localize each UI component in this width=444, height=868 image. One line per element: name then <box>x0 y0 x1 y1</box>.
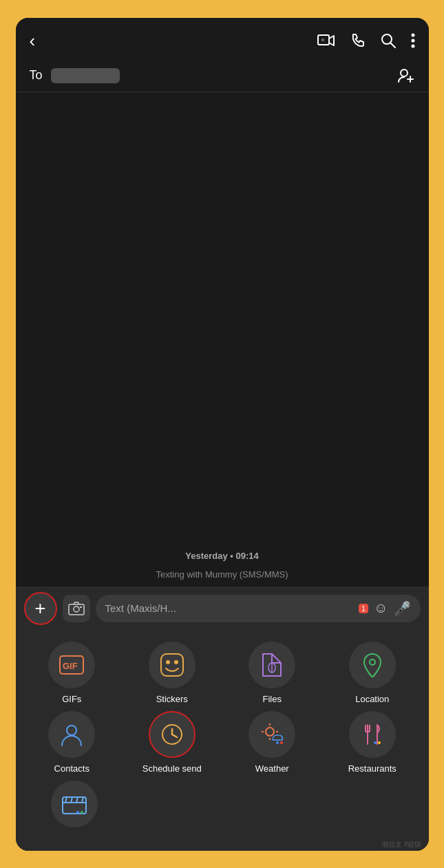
attach-stickers[interactable]: Stickers <box>124 642 220 704</box>
files-icon-circle <box>249 642 295 688</box>
attach-restaurants[interactable]: Restaurants <box>324 711 421 774</box>
weather-icon-circle <box>249 711 295 758</box>
weather-label: Weather <box>255 763 289 774</box>
timestamp: Yesterday • 09:14 <box>16 545 429 567</box>
gifs-label: GIFs <box>62 694 81 704</box>
files-label: Files <box>263 694 282 704</box>
top-bar-right <box>317 33 415 48</box>
phone-call-button[interactable] <box>350 33 366 48</box>
emoji-button[interactable]: ☺ <box>374 600 388 616</box>
restaurants-label: Restaurants <box>348 763 397 774</box>
to-label: To <box>30 68 43 83</box>
schedule-icon-circle <box>149 711 195 758</box>
video-icon-circle <box>51 781 98 827</box>
more-options-button[interactable] <box>411 33 415 48</box>
restaurants-icon-circle <box>349 711 396 758</box>
chat-label: Texting with Mummy (SMS/MMS) <box>16 567 429 586</box>
attach-contacts[interactable]: Contacts <box>24 711 120 774</box>
svg-point-38 <box>374 741 377 744</box>
attach-plus-button[interactable]: + <box>24 592 57 625</box>
text-input-bar[interactable]: Text (Maxis/H... 1 ☺ 🎤 <box>96 595 421 622</box>
stickers-icon-circle <box>149 642 195 688</box>
svg-line-24 <box>172 734 177 737</box>
svg-point-39 <box>378 741 381 744</box>
recipient-chip <box>51 68 120 83</box>
attach-row-2: Contacts Schedule send <box>24 711 421 774</box>
mic-button[interactable]: 🎤 <box>394 600 411 617</box>
attach-weather[interactable]: Weather <box>224 711 321 774</box>
svg-line-43 <box>71 797 72 803</box>
svg-point-46 <box>76 811 79 814</box>
svg-point-30 <box>276 741 279 744</box>
top-bar: ‹ <box>16 18 429 60</box>
svg-point-20 <box>370 659 375 665</box>
svg-point-25 <box>266 728 274 736</box>
camera-button[interactable] <box>63 595 90 622</box>
svg-point-16 <box>166 660 170 664</box>
watermark-text: 潮品文 #超级 <box>381 840 421 848</box>
attach-files[interactable]: Files <box>224 642 321 704</box>
svg-point-21 <box>67 726 76 735</box>
schedule-send-label: Schedule send <box>142 763 202 774</box>
svg-point-5 <box>411 39 414 43</box>
svg-point-31 <box>280 741 283 744</box>
back-button[interactable]: ‹ <box>30 30 36 52</box>
attach-row-3 <box>24 781 421 827</box>
input-row: + Text (Maxis/H... 1 ☺ 🎤 <box>16 586 429 631</box>
add-recipient-button[interactable] <box>397 67 415 85</box>
contacts-label: Contacts <box>54 763 89 774</box>
phone-frame: ‹ <box>16 18 429 851</box>
svg-point-7 <box>401 70 408 76</box>
svg-line-44 <box>76 797 78 803</box>
location-icon-circle <box>349 642 396 688</box>
message-area: Yesterday • 09:14 Texting with Mummy (SM… <box>16 92 429 586</box>
svg-rect-15 <box>161 654 183 676</box>
svg-text:GIF: GIF <box>63 661 78 671</box>
svg-rect-12 <box>80 606 82 608</box>
attach-row-1: GIF GIFs Stickers <box>24 642 421 704</box>
search-button[interactable] <box>381 33 396 48</box>
to-field: To <box>16 60 429 92</box>
svg-line-45 <box>82 797 83 803</box>
attach-video[interactable] <box>25 781 124 827</box>
attachment-panel: GIF GIFs Stickers <box>16 631 429 834</box>
top-bar-left: ‹ <box>30 30 36 52</box>
video-call-button[interactable] <box>317 33 335 48</box>
attach-schedule-send[interactable]: Schedule send <box>124 711 220 774</box>
attach-location[interactable]: Location <box>324 642 421 704</box>
stickers-label: Stickers <box>156 694 188 704</box>
svg-point-47 <box>81 811 83 814</box>
svg-line-3 <box>390 43 395 48</box>
svg-line-42 <box>65 797 67 803</box>
svg-point-17 <box>174 660 178 664</box>
svg-point-11 <box>74 606 79 612</box>
svg-point-6 <box>411 45 414 48</box>
sim-badge: 1 <box>359 604 368 613</box>
text-input-placeholder[interactable]: Text (Maxis/H... <box>105 602 353 614</box>
svg-point-1 <box>321 39 324 41</box>
gifs-icon-circle: GIF <box>48 642 95 688</box>
location-label: Location <box>355 694 389 704</box>
watermark-area: 潮品文 #超级 <box>16 834 429 851</box>
svg-point-4 <box>411 34 414 37</box>
attach-gifs[interactable]: GIF GIFs <box>24 642 120 704</box>
contacts-icon-circle <box>48 711 95 758</box>
